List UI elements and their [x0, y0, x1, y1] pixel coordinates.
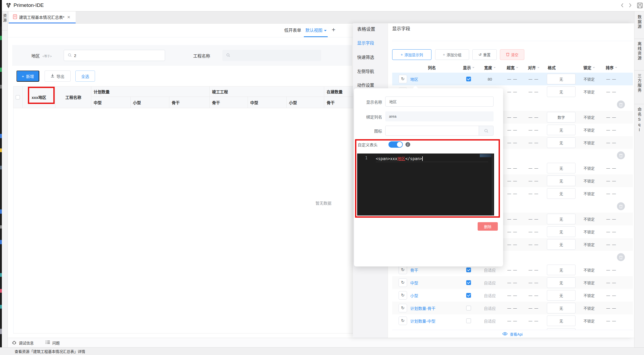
format-select[interactable]: 无: [547, 188, 576, 199]
format-select[interactable]: 无: [547, 226, 576, 237]
lock-value[interactable]: 不锁定: [578, 174, 600, 187]
format-select[interactable]: 无: [547, 163, 576, 173]
table-row-medium[interactable]: ↻ 中型 自适应 — — — — 无 不锁定 — —: [392, 276, 633, 289]
subheader-cell[interactable]: 中型: [91, 97, 131, 108]
add-group-button[interactable]: +添加分组: [435, 49, 469, 60]
trash-icon[interactable]: [617, 151, 625, 159]
format-select[interactable]: 无: [547, 315, 576, 326]
lock-value[interactable]: 不锁定: [578, 276, 600, 289]
menu-item-left-nav[interactable]: 左侧导航: [357, 68, 374, 74]
format-select[interactable]: 无: [547, 176, 576, 186]
lock-value[interactable]: 不锁定: [578, 225, 600, 238]
subheader-cell[interactable]: 小型: [131, 97, 169, 108]
column-name-link[interactable]: 小型: [407, 289, 459, 302]
col-header-align[interactable]: 对齐: [523, 62, 544, 73]
lock-value[interactable]: 不锁定: [578, 289, 600, 302]
lock-value[interactable]: 不锁定: [578, 73, 600, 85]
lock-value[interactable]: 不锁定: [578, 187, 600, 200]
col-header-format[interactable]: 格式: [544, 62, 578, 73]
icon-search-suffix[interactable]: [479, 126, 493, 135]
close-x-icon[interactable]: ✕: [67, 15, 71, 20]
add-button[interactable]: +新增: [16, 71, 39, 82]
column-name-link[interactable]: 地区: [407, 73, 459, 85]
show-checkbox[interactable]: [466, 306, 471, 310]
lock-value[interactable]: 不锁定: [578, 111, 600, 124]
reset-button[interactable]: ↺重置: [472, 49, 497, 60]
rail-item-offline[interactable]: 离线资源: [637, 42, 642, 61]
format-select[interactable]: 无: [547, 214, 576, 224]
show-checkbox[interactable]: [466, 293, 471, 298]
width-value[interactable]: 自适应: [478, 314, 502, 327]
col-header-width[interactable]: 宽度: [478, 62, 502, 73]
width-value[interactable]: 80: [478, 73, 502, 85]
add-display-column-button[interactable]: +添加显示列: [392, 49, 431, 60]
editor-scrollbar[interactable]: [492, 154, 492, 216]
show-checkbox[interactable]: [466, 280, 471, 285]
format-select[interactable]: 无: [547, 277, 576, 288]
area-filter-operator[interactable]: <等于>: [42, 54, 52, 58]
subheader-cell[interactable]: 小型: [287, 97, 324, 108]
rail-item-thirdparty[interactable]: 三方服务: [637, 74, 642, 93]
project-search-input[interactable]: [222, 50, 321, 61]
refresh-icon[interactable]: ↻: [399, 304, 407, 312]
group-label-cell[interactable]: 计划数量: [91, 86, 210, 97]
area-search-input[interactable]: 2: [64, 50, 165, 61]
format-select[interactable]: 无: [547, 86, 576, 97]
format-select[interactable]: 无: [547, 265, 576, 275]
format-select[interactable]: 无: [547, 303, 576, 313]
rail-item-datasource[interactable]: 数据源: [637, 15, 642, 29]
format-select[interactable]: 无: [547, 74, 576, 84]
display-name-input[interactable]: 地区: [385, 97, 494, 107]
format-select[interactable]: 数字: [547, 112, 576, 122]
tab-lowcode-form[interactable]: 低开表单: [284, 27, 301, 33]
lock-value[interactable]: 不锁定: [578, 238, 600, 251]
lock-value[interactable]: 不锁定: [578, 162, 600, 174]
refresh-icon[interactable]: ↻: [399, 75, 407, 83]
group-label-cell[interactable]: 在建数量: [324, 86, 353, 97]
custom-header-toggle-on[interactable]: [388, 141, 403, 148]
subheader-cell[interactable]: 骨干: [169, 97, 210, 108]
refresh-icon[interactable]: ↻: [399, 266, 407, 274]
col-header-show[interactable]: 显示: [459, 62, 478, 73]
refresh-icon[interactable]: ↻: [399, 317, 407, 325]
icon-input[interactable]: [385, 126, 494, 136]
col-header-overwide[interactable]: 超宽: [502, 62, 523, 73]
delete-button[interactable]: 删除: [478, 222, 498, 231]
custom-header-code-editor[interactable]: 1 <span>xxx地区</span>: [357, 154, 494, 216]
export-button[interactable]: 导出: [45, 71, 71, 82]
trash-icon[interactable]: [617, 253, 625, 261]
width-value[interactable]: 自适应: [478, 302, 502, 314]
show-checkbox[interactable]: [466, 268, 471, 272]
debug-info-tab[interactable]: 调试信息: [12, 340, 34, 346]
group-label-cell[interactable]: 竣工工程: [210, 86, 324, 97]
header-project-cell[interactable]: 工程名称: [55, 86, 91, 108]
rail-item-resources[interactable]: 资源: [2, 14, 7, 23]
refresh-icon[interactable]: ↻: [399, 291, 407, 300]
refresh-icon[interactable]: ↻: [399, 278, 407, 287]
column-name-link[interactable]: 计划数量-骨干: [407, 302, 459, 314]
tab-default-view[interactable]: 默认视图: [305, 27, 327, 33]
width-value[interactable]: 自适应: [478, 289, 502, 302]
select-all-checkbox[interactable]: [16, 95, 20, 99]
format-select[interactable]: 无: [547, 290, 576, 301]
column-name-link[interactable]: 计划数量-中型: [407, 314, 459, 327]
lock-value[interactable]: 不锁定: [578, 314, 600, 327]
tab-summary-sheet[interactable]: 建筑工程基本情况汇总表* ✕: [9, 11, 76, 23]
problems-tab[interactable]: 问题: [45, 340, 60, 345]
trash-icon[interactable]: [617, 202, 625, 210]
save-floppy-icon[interactable]: [637, 2, 643, 10]
table-row-area[interactable]: ↻ 地区 80 — — — — 无 不锁定 — —: [392, 73, 633, 85]
table-row-plan-medium[interactable]: ↻ 计划数量-中型 自适应 — — — — 无 不锁定 — —: [392, 314, 633, 327]
add-view-button[interactable]: +: [332, 26, 335, 33]
table-row-small[interactable]: ↻ 小型 自适应 — — — — 无 不锁定 — —: [392, 289, 633, 302]
col-header-sort[interactable]: 排序: [600, 62, 623, 73]
format-select[interactable]: 无: [547, 239, 576, 250]
view-api-link[interactable]: 查看Api: [510, 331, 522, 337]
clear-button[interactable]: 清空: [500, 49, 524, 60]
menu-item-display-fields[interactable]: 显示字段: [357, 40, 374, 46]
lock-value[interactable]: 不锁定: [578, 136, 600, 149]
lock-value[interactable]: 不锁定: [578, 302, 600, 314]
forward-chevron-icon[interactable]: [627, 2, 633, 9]
menu-item-action-settings[interactable]: 动作设置: [357, 82, 374, 88]
back-chevron-icon[interactable]: [620, 2, 625, 9]
